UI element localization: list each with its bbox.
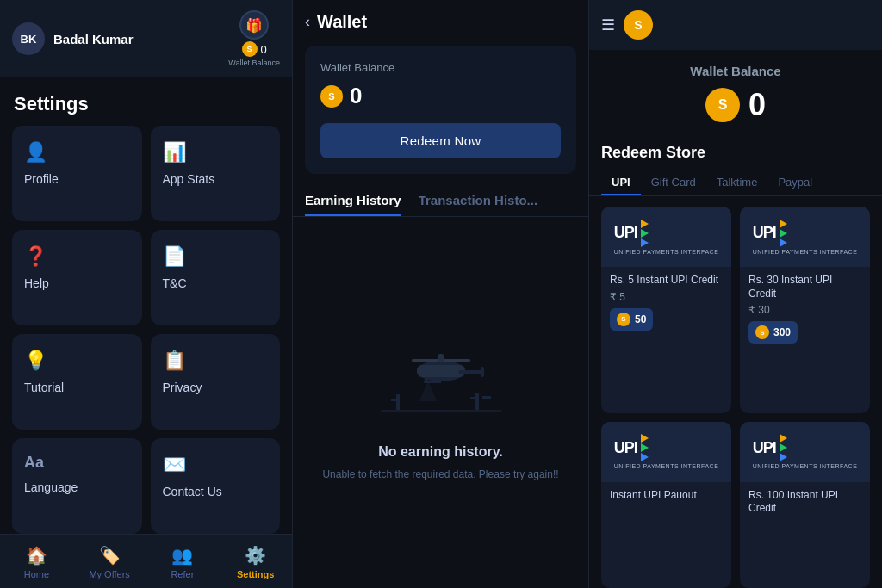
home-nav-label: Home bbox=[24, 569, 49, 579]
store-card-upi-payout[interactable]: UPI UNIFIED PAYMENTS INTERFACE Instant U… bbox=[601, 422, 731, 589]
upi-5-cost[interactable]: S 50 bbox=[610, 308, 653, 331]
history-tabs: Earning History Transaction Histo... bbox=[293, 181, 588, 217]
settings-card-tnc[interactable]: 📄 T&C bbox=[151, 230, 281, 325]
settings-card-profile[interactable]: 👤 Profile bbox=[12, 126, 142, 221]
svg-rect-7 bbox=[417, 365, 465, 377]
language-label: Language bbox=[24, 480, 78, 494]
redeem-amount-row: S 0 bbox=[603, 87, 868, 123]
upi-text-1: UPI bbox=[614, 224, 637, 242]
svg-rect-4 bbox=[470, 397, 479, 399]
tab-gift-card[interactable]: Gift Card bbox=[641, 170, 706, 195]
upi-logo-img-3: UPI UNIFIED PAYMENTS INTERFACE bbox=[601, 422, 731, 482]
wallet-amount-row: S 0 bbox=[320, 83, 561, 109]
my-offers-nav-label: My Offers bbox=[89, 569, 129, 579]
refer-nav-label: Refer bbox=[171, 569, 194, 579]
wallet-badge[interactable]: 🎁 S 0 Wallet Balance bbox=[228, 10, 280, 67]
nav-refer[interactable]: 👥 Refer bbox=[146, 542, 220, 583]
settings-card-help[interactable]: ❓ Help bbox=[12, 230, 142, 325]
wallet-topbar: ‹ Wallet bbox=[293, 0, 588, 39]
upi-5-cost-val: 50 bbox=[635, 313, 646, 325]
upi-logo-img-2: UPI UNIFIED PAYMENTS INTERFACE bbox=[740, 207, 870, 267]
wallet-title: Wallet bbox=[317, 12, 367, 32]
svg-rect-9 bbox=[481, 367, 484, 377]
help-icon: ❓ bbox=[24, 245, 47, 268]
settings-card-language[interactable]: Aa Language bbox=[12, 438, 142, 534]
settings-nav-icon: ⚙️ bbox=[245, 545, 266, 566]
upi-30-inr: ₹ 30 bbox=[748, 304, 861, 316]
redeem-store-title: Redeem Store bbox=[589, 144, 882, 170]
svg-rect-1 bbox=[396, 394, 400, 410]
upi-text-3: UPI bbox=[614, 439, 637, 457]
app-stats-label: App Stats bbox=[163, 172, 215, 186]
nav-my-offers[interactable]: 🏷️ My Offers bbox=[73, 542, 146, 583]
settings-panel: BK Badal Kumar 🎁 S 0 Wallet Balance Sett… bbox=[0, 0, 293, 588]
privacy-icon: 📋 bbox=[163, 350, 186, 372]
store-tabs: UPI Gift Card Talktime Paypal bbox=[589, 170, 882, 196]
redeem-balance-section: Wallet Balance S 0 bbox=[589, 50, 882, 144]
svg-rect-8 bbox=[458, 370, 484, 374]
user-name: Badal Kumar bbox=[53, 32, 220, 46]
wallet-amount: 0 bbox=[350, 83, 362, 109]
upi-arrows-2 bbox=[780, 220, 787, 247]
upi-arrows-3 bbox=[641, 434, 649, 461]
avatar: BK bbox=[12, 22, 45, 55]
refer-icon: 👥 bbox=[171, 545, 193, 566]
redeem-coin-icon: S bbox=[624, 10, 653, 40]
upi-arrows-1 bbox=[641, 220, 649, 247]
settings-header: BK Badal Kumar 🎁 S 0 Wallet Balance bbox=[0, 0, 292, 77]
settings-card-contact-us[interactable]: ✉️ Contact Us bbox=[151, 438, 281, 534]
svg-rect-13 bbox=[425, 378, 428, 383]
store-grid: UPI UNIFIED PAYMENTS INTERFACE Rs. 5 Ins… bbox=[589, 207, 882, 588]
upi-5-name: Rs. 5 Instant UPI Credit bbox=[610, 274, 723, 288]
store-card-upi-30[interactable]: UPI UNIFIED PAYMENTS INTERFACE Rs. 30 In… bbox=[740, 207, 870, 413]
upi-text-2: UPI bbox=[753, 224, 776, 242]
coin-count: 0 bbox=[261, 43, 267, 56]
no-history-subtitle: Unable to fetch the required data. Pleas… bbox=[322, 467, 558, 482]
settings-card-privacy[interactable]: 📋 Privacy bbox=[151, 334, 281, 430]
wallet-balance-section: Wallet Balance S 0 Redeem Now bbox=[305, 46, 576, 174]
tab-talktime[interactable]: Talktime bbox=[706, 170, 768, 195]
nav-home[interactable]: 🏠 Home bbox=[0, 542, 73, 583]
upi-5-inr: ₹ 5 bbox=[610, 291, 723, 303]
profile-label: Profile bbox=[24, 172, 59, 186]
store-card-info-1: Rs. 5 Instant UPI Credit ₹ 5 S 50 bbox=[601, 267, 731, 337]
upi-30-cost[interactable]: S 300 bbox=[748, 321, 798, 344]
upi-30-name: Rs. 30 Instant UPI Credit bbox=[748, 274, 861, 300]
settings-card-tutorial[interactable]: 💡 Tutorial bbox=[12, 334, 142, 430]
nav-settings[interactable]: ⚙️ Settings bbox=[219, 542, 292, 583]
privacy-label: Privacy bbox=[163, 381, 202, 394]
coin-icon: S bbox=[242, 41, 258, 57]
coin-cost-icon-1: S bbox=[617, 313, 630, 326]
tnc-icon: 📄 bbox=[163, 245, 186, 268]
hamburger-icon[interactable]: ☰ bbox=[601, 15, 615, 34]
back-button[interactable]: ‹ bbox=[305, 13, 310, 31]
profile-icon: 👤 bbox=[24, 141, 47, 164]
svg-rect-11 bbox=[438, 354, 444, 362]
tutorial-label: Tutorial bbox=[24, 381, 64, 394]
settings-card-app-stats[interactable]: 📊 App Stats bbox=[151, 126, 281, 221]
redeem-panel: ☰ S Wallet Balance S 0 Redeem Store UPI … bbox=[589, 0, 882, 588]
tab-paypal[interactable]: Paypal bbox=[767, 170, 823, 195]
redeem-amount: 0 bbox=[748, 87, 766, 123]
gift-icon[interactable]: 🎁 bbox=[239, 10, 269, 40]
settings-title: Settings bbox=[0, 77, 292, 126]
store-card-info-4: Rs. 100 Instant UPI Credit bbox=[740, 482, 870, 526]
app-stats-icon: 📊 bbox=[163, 141, 186, 164]
contact-icon: ✉️ bbox=[163, 454, 186, 476]
redeem-now-button[interactable]: Redeem Now bbox=[320, 123, 561, 158]
redeem-big-coin-icon: S bbox=[705, 88, 740, 122]
store-card-upi-100[interactable]: UPI UNIFIED PAYMENTS INTERFACE Rs. 100 I… bbox=[740, 422, 870, 589]
wallet-panel: ‹ Wallet Wallet Balance S 0 Redeem Now E… bbox=[293, 0, 589, 588]
tab-transaction-history[interactable]: Transaction Histo... bbox=[419, 193, 537, 216]
upi-payout-name: Instant UPI Pauout bbox=[610, 489, 723, 503]
upi-100-name: Rs. 100 Instant UPI Credit bbox=[748, 489, 861, 516]
wallet-coin-icon: S bbox=[320, 85, 343, 108]
upi-logo-img-1: UPI UNIFIED PAYMENTS INTERFACE bbox=[601, 207, 731, 267]
contact-label: Contact Us bbox=[163, 485, 222, 498]
tab-earning-history[interactable]: Earning History bbox=[305, 193, 401, 216]
home-icon: 🏠 bbox=[26, 545, 47, 566]
my-offers-icon: 🏷️ bbox=[99, 545, 121, 566]
redeem-balance-label: Wallet Balance bbox=[603, 64, 868, 78]
tab-upi[interactable]: UPI bbox=[601, 170, 641, 195]
store-card-upi-5[interactable]: UPI UNIFIED PAYMENTS INTERFACE Rs. 5 Ins… bbox=[601, 207, 731, 413]
